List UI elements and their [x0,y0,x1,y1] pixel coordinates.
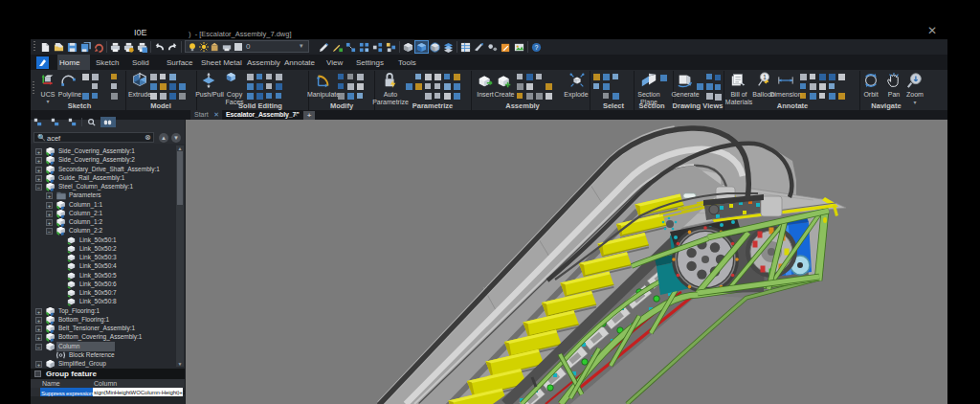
svg-text:1: 1 [763,74,767,80]
svg-text:?: ? [535,44,539,51]
